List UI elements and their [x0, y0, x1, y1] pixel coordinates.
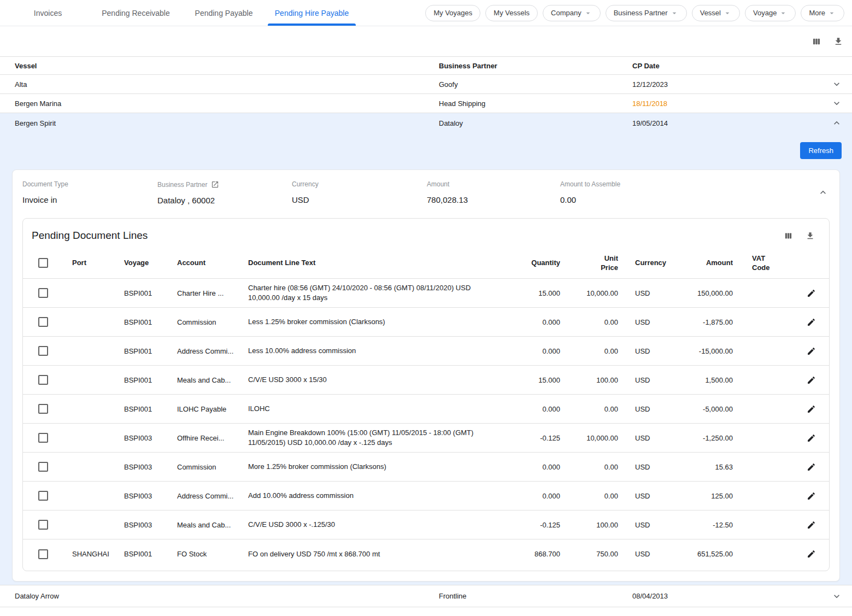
- line-unit-price: 0.00: [560, 347, 618, 355]
- column-header-document-line-text: Document Line Text: [248, 259, 513, 267]
- line-text: Charter hire (08:56 (GMT) 24/10/2020 - 0…: [248, 283, 513, 303]
- filter-chip-business-partner[interactable]: Business Partner: [606, 5, 687, 21]
- edit-icon[interactable]: [807, 318, 816, 327]
- line-quantity: 0.000: [513, 492, 560, 500]
- column-header-quantity: Quantity: [513, 259, 560, 267]
- download-icon[interactable]: [806, 231, 815, 240]
- line-voyage: BSPI001: [124, 289, 177, 297]
- column-header-unit-price: Unit Price: [560, 254, 618, 272]
- currency-label: Currency: [292, 180, 427, 188]
- row-checkbox[interactable]: [38, 288, 48, 298]
- line-currency: USD: [618, 434, 687, 442]
- line-voyage: BSPI001: [124, 318, 177, 326]
- chevron-up-icon[interactable]: [831, 118, 842, 128]
- line-port: SHANGHAI: [72, 550, 124, 558]
- row-checkbox[interactable]: [38, 404, 48, 414]
- edit-icon[interactable]: [807, 376, 816, 385]
- filter-chip-my-voyages[interactable]: My Voyages: [425, 5, 480, 21]
- chevron-down-icon[interactable]: [831, 98, 842, 109]
- document-line-row: BSPI003 Commission More 1.25% broker com…: [23, 453, 829, 482]
- line-currency: USD: [618, 376, 687, 384]
- vessel-table: Vessel Business Partner CP Date Alta Goo…: [0, 56, 852, 607]
- edit-icon[interactable]: [807, 289, 816, 298]
- amount-to-assemble-value: 0.00: [560, 195, 818, 204]
- document-line-row: BSPI001 ILOHC Payable ILOHC 0.000 0.00 U…: [23, 395, 829, 424]
- column-header-vat-code: VAT Code: [733, 254, 793, 272]
- cp-date: 08/04/2013: [618, 592, 821, 600]
- column-header-voyage: Voyage: [124, 259, 177, 267]
- select-all-checkbox[interactable]: [38, 258, 48, 268]
- view-columns-icon[interactable]: [812, 37, 821, 46]
- column-header-vessel: Vessel: [0, 62, 424, 70]
- line-unit-price: 0.00: [560, 463, 618, 471]
- table-toolbar: [0, 26, 852, 56]
- line-voyage: BSPI001: [124, 405, 177, 413]
- document-header: Document Type Invoice in Business Partne…: [13, 170, 839, 205]
- line-amount: 15.63: [687, 463, 733, 471]
- line-unit-price: 100.00: [560, 376, 618, 384]
- business-partner: Frontline: [424, 592, 618, 600]
- edit-icon[interactable]: [807, 404, 816, 414]
- edit-icon[interactable]: [807, 520, 816, 530]
- edit-icon[interactable]: [807, 347, 816, 356]
- row-checkbox[interactable]: [38, 317, 48, 327]
- chevron-down-icon[interactable]: [831, 591, 842, 602]
- line-account: ILOHC Payable: [177, 405, 248, 413]
- line-amount: -1,250.00: [687, 434, 733, 442]
- column-header-cp-date: CP Date: [618, 62, 821, 70]
- vessel-row-alta[interactable]: Alta Goofy 12/12/2023: [0, 75, 852, 94]
- line-unit-price: 0.00: [560, 405, 618, 413]
- document-card: Document Type Invoice in Business Partne…: [12, 169, 840, 582]
- line-quantity: 868.700: [513, 550, 560, 558]
- tab-pending-payable[interactable]: Pending Payable: [180, 0, 268, 26]
- vessel-name: Alta: [0, 80, 424, 89]
- line-currency: USD: [618, 492, 687, 500]
- line-voyage: BSPI003: [124, 463, 177, 471]
- cp-date-overdue: 18/11/2018: [618, 99, 821, 108]
- document-type-value: Invoice in: [22, 195, 157, 204]
- edit-icon[interactable]: [807, 549, 816, 559]
- amount-to-assemble-label: Amount to Assemble: [560, 180, 818, 188]
- tab-invoices[interactable]: Invoices: [4, 0, 92, 26]
- filter-chip-company[interactable]: Company: [543, 5, 601, 21]
- row-checkbox[interactable]: [38, 549, 48, 559]
- business-partner: Head Shipping: [424, 99, 618, 108]
- download-icon[interactable]: [833, 37, 843, 46]
- edit-icon[interactable]: [807, 462, 816, 472]
- filter-chip-my-vessels[interactable]: My Vessels: [485, 5, 538, 21]
- row-checkbox[interactable]: [38, 346, 48, 356]
- edit-icon[interactable]: [807, 491, 816, 501]
- line-unit-price: 750.00: [560, 550, 618, 558]
- amount-value: 780,028.13: [427, 195, 560, 204]
- column-header-port: Port: [72, 259, 124, 267]
- refresh-button[interactable]: Refresh: [800, 142, 842, 159]
- row-checkbox[interactable]: [38, 375, 48, 385]
- tab-pending-receivable[interactable]: Pending Receivable: [92, 0, 180, 26]
- filter-chip-vessel[interactable]: Vessel: [692, 5, 740, 21]
- vessel-row-bergen-spirit[interactable]: Bergen Spirit Dataloy 19/05/2014: [0, 113, 852, 133]
- line-quantity: 0.000: [513, 318, 560, 326]
- vessel-row-dataloy-arrow[interactable]: Dataloy Arrow Frontline 08/04/2013: [0, 585, 852, 607]
- vessel-row-bergen-marina[interactable]: Bergen Marina Head Shipping 18/11/2018: [0, 94, 852, 113]
- row-checkbox[interactable]: [38, 462, 48, 472]
- line-voyage: BSPI001: [124, 550, 177, 558]
- row-checkbox[interactable]: [38, 520, 48, 530]
- line-voyage: BSPI003: [124, 492, 177, 500]
- open-in-new-icon[interactable]: [211, 180, 219, 189]
- view-columns-icon[interactable]: [784, 231, 793, 240]
- line-currency: USD: [618, 289, 687, 297]
- row-checkbox[interactable]: [38, 433, 48, 443]
- line-text: C/V/E USD 3000 x 15/30: [248, 375, 513, 385]
- line-account: FO Stock: [177, 550, 248, 558]
- line-text: Add 10.00% address commission: [248, 491, 513, 501]
- line-text: Less 1.25% broker commission (Clarksons): [248, 317, 513, 327]
- row-checkbox[interactable]: [38, 491, 48, 501]
- chevron-down-icon[interactable]: [831, 79, 842, 90]
- filter-chip-voyage[interactable]: Voyage: [745, 5, 796, 21]
- filter-chip-more[interactable]: More: [801, 5, 844, 21]
- line-amount: -5,000.00: [687, 405, 733, 413]
- edit-icon[interactable]: [807, 433, 816, 443]
- chevron-up-icon[interactable]: [818, 187, 829, 198]
- lines-table-header: Port Voyage Account Document Line Text Q…: [23, 247, 829, 279]
- tab-pending-hire-payable[interactable]: Pending Hire Payable: [268, 0, 356, 26]
